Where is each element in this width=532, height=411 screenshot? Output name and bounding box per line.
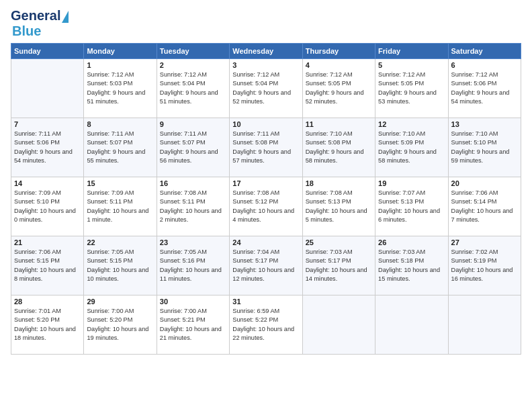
daylight-label: Daylight: 10 hours and 0 minutes. (14, 208, 76, 223)
sunrise-label: Sunrise: 7:08 AM (306, 189, 353, 196)
day-number: 25 (306, 238, 372, 246)
sunset-label: Sunset: 5:12 PM (232, 198, 278, 205)
sunrise-label: Sunrise: 7:06 AM (14, 248, 61, 255)
sunset-label: Sunset: 5:04 PM (232, 80, 278, 87)
sunrise-label: Sunrise: 7:02 AM (451, 248, 498, 255)
calendar-cell: 2 Sunrise: 7:12 AM Sunset: 5:04 PM Dayli… (157, 59, 229, 118)
daylight-label: Daylight: 9 hours and 59 minutes. (451, 148, 510, 164)
day-info: Sunrise: 7:08 AM Sunset: 5:12 PM Dayligh… (232, 189, 299, 224)
calendar-cell (448, 295, 521, 355)
day-info: Sunrise: 7:08 AM Sunset: 5:11 PM Dayligh… (160, 189, 226, 224)
day-info: Sunrise: 7:10 AM Sunset: 5:10 PM Dayligh… (451, 130, 518, 165)
daylight-label: Daylight: 10 hours and 11 minutes. (160, 267, 222, 282)
header-row: SundayMondayTuesdayWednesdayThursdayFrid… (11, 44, 521, 59)
day-number: 24 (232, 238, 299, 246)
week-row-3: 14 Sunrise: 7:09 AM Sunset: 5:10 PM Dayl… (11, 177, 521, 236)
logo: General Blue (11, 8, 69, 39)
day-info: Sunrise: 7:07 AM Sunset: 5:13 PM Dayligh… (378, 189, 445, 224)
col-header-saturday: Saturday (448, 44, 521, 59)
sunrise-label: Sunrise: 7:01 AM (14, 308, 61, 314)
sunset-label: Sunset: 5:15 PM (14, 257, 60, 264)
day-info: Sunrise: 7:12 AM Sunset: 5:05 PM Dayligh… (378, 71, 445, 106)
day-info: Sunrise: 7:06 AM Sunset: 5:15 PM Dayligh… (14, 248, 81, 283)
col-header-friday: Friday (375, 44, 448, 59)
daylight-label: Daylight: 9 hours and 54 minutes. (14, 148, 73, 164)
day-info: Sunrise: 7:01 AM Sunset: 5:20 PM Dayligh… (14, 307, 81, 342)
day-info: Sunrise: 7:12 AM Sunset: 5:04 PM Dayligh… (232, 71, 299, 106)
sunrise-label: Sunrise: 7:11 AM (232, 130, 279, 137)
col-header-sunday: Sunday (11, 44, 84, 59)
sunrise-label: Sunrise: 7:11 AM (87, 130, 134, 137)
calendar-cell: 1 Sunrise: 7:12 AM Sunset: 5:03 PM Dayli… (84, 59, 157, 118)
day-number: 16 (160, 179, 226, 187)
daylight-label: Daylight: 9 hours and 51 minutes. (160, 89, 218, 105)
day-info: Sunrise: 7:10 AM Sunset: 5:08 PM Dayligh… (306, 130, 372, 165)
day-info: Sunrise: 7:08 AM Sunset: 5:13 PM Dayligh… (306, 189, 372, 224)
day-number: 19 (378, 179, 445, 187)
day-info: Sunrise: 7:12 AM Sunset: 5:05 PM Dayligh… (306, 71, 372, 106)
sunset-label: Sunset: 5:06 PM (451, 80, 497, 87)
daylight-label: Daylight: 10 hours and 1 minute. (87, 208, 148, 223)
header: General Blue (11, 8, 521, 39)
calendar-cell: 14 Sunrise: 7:09 AM Sunset: 5:10 PM Dayl… (11, 177, 84, 236)
sunset-label: Sunset: 5:06 PM (14, 139, 60, 146)
calendar-cell: 23 Sunrise: 7:05 AM Sunset: 5:16 PM Dayl… (157, 236, 229, 295)
daylight-label: Daylight: 10 hours and 4 minutes. (232, 208, 294, 223)
calendar-cell: 18 Sunrise: 7:08 AM Sunset: 5:13 PM Dayl… (302, 177, 375, 236)
daylight-label: Daylight: 10 hours and 21 minutes. (160, 326, 222, 341)
daylight-label: Daylight: 9 hours and 52 minutes. (306, 89, 364, 105)
calendar-cell: 20 Sunrise: 7:06 AM Sunset: 5:14 PM Dayl… (448, 177, 521, 236)
day-number: 7 (14, 120, 81, 128)
daylight-label: Daylight: 10 hours and 6 minutes. (378, 208, 440, 223)
logo-general: General (11, 8, 60, 24)
daylight-label: Daylight: 10 hours and 5 minutes. (306, 208, 367, 223)
calendar-cell: 29 Sunrise: 7:00 AM Sunset: 5:20 PM Dayl… (84, 295, 157, 355)
day-number: 23 (160, 238, 226, 246)
day-info: Sunrise: 7:09 AM Sunset: 5:10 PM Dayligh… (14, 189, 81, 224)
sunset-label: Sunset: 5:20 PM (87, 316, 132, 323)
sunrise-label: Sunrise: 7:08 AM (160, 189, 207, 196)
day-number: 11 (306, 120, 372, 128)
daylight-label: Daylight: 10 hours and 7 minutes. (451, 208, 513, 223)
calendar-cell: 31 Sunrise: 6:59 AM Sunset: 5:22 PM Dayl… (230, 295, 302, 355)
day-number: 18 (306, 179, 372, 187)
day-info: Sunrise: 7:11 AM Sunset: 5:06 PM Dayligh… (14, 130, 81, 165)
day-info: Sunrise: 7:00 AM Sunset: 5:20 PM Dayligh… (87, 307, 153, 342)
calendar-cell: 3 Sunrise: 7:12 AM Sunset: 5:04 PM Dayli… (230, 59, 302, 118)
sunset-label: Sunset: 5:15 PM (87, 257, 132, 264)
sunrise-label: Sunrise: 7:11 AM (160, 130, 207, 137)
sunset-label: Sunset: 5:04 PM (160, 80, 206, 87)
col-header-tuesday: Tuesday (157, 44, 229, 59)
day-info: Sunrise: 7:11 AM Sunset: 5:07 PM Dayligh… (87, 130, 153, 165)
sunset-label: Sunset: 5:08 PM (306, 139, 351, 146)
calendar-cell: 9 Sunrise: 7:11 AM Sunset: 5:07 PM Dayli… (157, 118, 229, 177)
calendar-cell (302, 295, 375, 355)
sunrise-label: Sunrise: 7:12 AM (87, 71, 134, 78)
sunset-label: Sunset: 5:19 PM (451, 257, 497, 264)
sunset-label: Sunset: 5:17 PM (306, 257, 351, 264)
calendar-cell: 7 Sunrise: 7:11 AM Sunset: 5:06 PM Dayli… (11, 118, 84, 177)
day-number: 27 (451, 238, 518, 246)
calendar-cell: 8 Sunrise: 7:11 AM Sunset: 5:07 PM Dayli… (84, 118, 157, 177)
daylight-label: Daylight: 10 hours and 22 minutes. (232, 326, 294, 341)
day-number: 8 (87, 120, 153, 128)
sunset-label: Sunset: 5:22 PM (232, 316, 278, 323)
sunset-label: Sunset: 5:10 PM (451, 139, 497, 146)
calendar-cell: 4 Sunrise: 7:12 AM Sunset: 5:05 PM Dayli… (302, 59, 375, 118)
sunrise-label: Sunrise: 7:10 AM (451, 130, 498, 137)
sunrise-label: Sunrise: 7:03 AM (378, 248, 425, 255)
day-number: 1 (87, 61, 153, 69)
sunrise-label: Sunrise: 7:11 AM (14, 130, 61, 137)
day-info: Sunrise: 7:12 AM Sunset: 5:04 PM Dayligh… (160, 71, 226, 106)
calendar-cell: 15 Sunrise: 7:09 AM Sunset: 5:11 PM Dayl… (84, 177, 157, 236)
calendar-cell: 25 Sunrise: 7:03 AM Sunset: 5:17 PM Dayl… (302, 236, 375, 295)
day-info: Sunrise: 7:03 AM Sunset: 5:17 PM Dayligh… (306, 248, 372, 283)
daylight-label: Daylight: 10 hours and 19 minutes. (87, 326, 148, 341)
sunrise-label: Sunrise: 7:12 AM (232, 71, 279, 78)
calendar-cell: 27 Sunrise: 7:02 AM Sunset: 5:19 PM Dayl… (448, 236, 521, 295)
sunset-label: Sunset: 5:13 PM (378, 198, 424, 205)
sunrise-label: Sunrise: 7:08 AM (232, 189, 279, 196)
sunset-label: Sunset: 5:07 PM (160, 139, 206, 146)
sunrise-label: Sunrise: 7:10 AM (378, 130, 425, 137)
col-header-wednesday: Wednesday (230, 44, 302, 59)
